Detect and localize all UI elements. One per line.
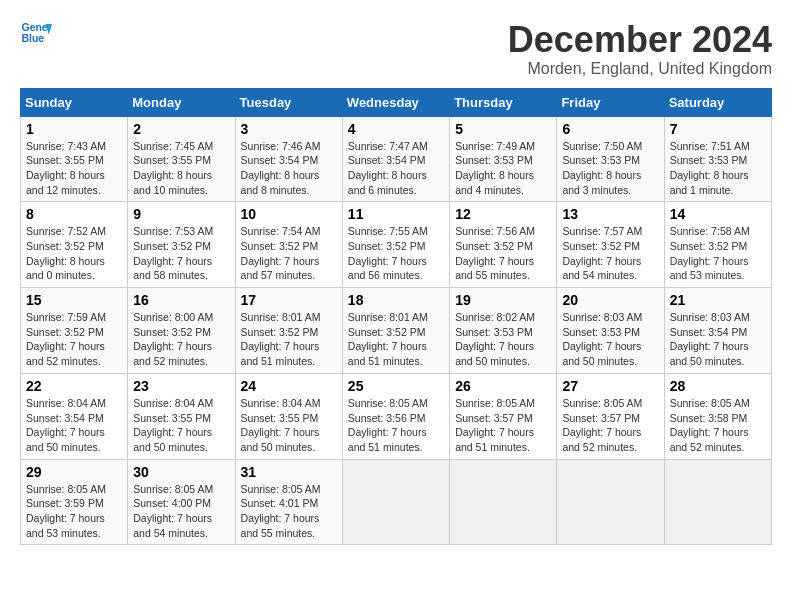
day-info: Sunrise: 7:53 AMSunset: 3:52 PMDaylight:…: [133, 224, 229, 283]
calendar-cell: 31Sunrise: 8:05 AMSunset: 4:01 PMDayligh…: [235, 459, 342, 545]
day-info: Sunrise: 7:58 AMSunset: 3:52 PMDaylight:…: [670, 224, 766, 283]
calendar-cell: 20Sunrise: 8:03 AMSunset: 3:53 PMDayligh…: [557, 288, 664, 374]
day-info: Sunrise: 7:56 AMSunset: 3:52 PMDaylight:…: [455, 224, 551, 283]
day-info: Sunrise: 8:05 AMSunset: 3:59 PMDaylight:…: [26, 482, 122, 541]
day-number: 2: [133, 121, 229, 137]
day-number: 30: [133, 464, 229, 480]
title-area: December 2024 Morden, England, United Ki…: [508, 20, 772, 78]
day-info: Sunrise: 8:00 AMSunset: 3:52 PMDaylight:…: [133, 310, 229, 369]
header-cell-friday: Friday: [557, 88, 664, 116]
calendar-cell: 7Sunrise: 7:51 AMSunset: 3:53 PMDaylight…: [664, 116, 771, 202]
day-number: 5: [455, 121, 551, 137]
calendar-cell: 9Sunrise: 7:53 AMSunset: 3:52 PMDaylight…: [128, 202, 235, 288]
calendar-cell: 15Sunrise: 7:59 AMSunset: 3:52 PMDayligh…: [21, 288, 128, 374]
day-info: Sunrise: 7:47 AMSunset: 3:54 PMDaylight:…: [348, 139, 444, 198]
day-info: Sunrise: 8:04 AMSunset: 3:55 PMDaylight:…: [241, 396, 337, 455]
day-info: Sunrise: 7:46 AMSunset: 3:54 PMDaylight:…: [241, 139, 337, 198]
location-title: Morden, England, United Kingdom: [508, 60, 772, 78]
calendar-cell: 28Sunrise: 8:05 AMSunset: 3:58 PMDayligh…: [664, 373, 771, 459]
calendar-cell: [664, 459, 771, 545]
day-number: 27: [562, 378, 658, 394]
calendar-header: SundayMondayTuesdayWednesdayThursdayFrid…: [21, 88, 772, 116]
day-number: 22: [26, 378, 122, 394]
calendar-cell: 4Sunrise: 7:47 AMSunset: 3:54 PMDaylight…: [342, 116, 449, 202]
day-number: 1: [26, 121, 122, 137]
day-number: 10: [241, 206, 337, 222]
day-number: 12: [455, 206, 551, 222]
calendar-body: 1Sunrise: 7:43 AMSunset: 3:55 PMDaylight…: [21, 116, 772, 545]
day-info: Sunrise: 8:05 AMSunset: 3:57 PMDaylight:…: [455, 396, 551, 455]
day-info: Sunrise: 8:05 AMSunset: 4:01 PMDaylight:…: [241, 482, 337, 541]
calendar-cell: 3Sunrise: 7:46 AMSunset: 3:54 PMDaylight…: [235, 116, 342, 202]
calendar-cell: 10Sunrise: 7:54 AMSunset: 3:52 PMDayligh…: [235, 202, 342, 288]
month-title: December 2024: [508, 20, 772, 60]
day-number: 3: [241, 121, 337, 137]
day-number: 4: [348, 121, 444, 137]
day-info: Sunrise: 7:55 AMSunset: 3:52 PMDaylight:…: [348, 224, 444, 283]
week-row-5: 29Sunrise: 8:05 AMSunset: 3:59 PMDayligh…: [21, 459, 772, 545]
calendar-cell: 18Sunrise: 8:01 AMSunset: 3:52 PMDayligh…: [342, 288, 449, 374]
calendar-cell: 1Sunrise: 7:43 AMSunset: 3:55 PMDaylight…: [21, 116, 128, 202]
calendar-cell: 21Sunrise: 8:03 AMSunset: 3:54 PMDayligh…: [664, 288, 771, 374]
day-number: 18: [348, 292, 444, 308]
day-number: 29: [26, 464, 122, 480]
calendar-cell: 30Sunrise: 8:05 AMSunset: 4:00 PMDayligh…: [128, 459, 235, 545]
calendar-cell: 26Sunrise: 8:05 AMSunset: 3:57 PMDayligh…: [450, 373, 557, 459]
calendar-cell: 5Sunrise: 7:49 AMSunset: 3:53 PMDaylight…: [450, 116, 557, 202]
day-info: Sunrise: 7:45 AMSunset: 3:55 PMDaylight:…: [133, 139, 229, 198]
day-number: 25: [348, 378, 444, 394]
day-number: 21: [670, 292, 766, 308]
day-info: Sunrise: 7:59 AMSunset: 3:52 PMDaylight:…: [26, 310, 122, 369]
calendar-cell: 29Sunrise: 8:05 AMSunset: 3:59 PMDayligh…: [21, 459, 128, 545]
calendar-cell: 25Sunrise: 8:05 AMSunset: 3:56 PMDayligh…: [342, 373, 449, 459]
day-number: 9: [133, 206, 229, 222]
day-number: 16: [133, 292, 229, 308]
calendar-cell: [450, 459, 557, 545]
header: General Blue December 2024 Morden, Engla…: [20, 20, 772, 78]
day-number: 19: [455, 292, 551, 308]
day-number: 13: [562, 206, 658, 222]
calendar-cell: 13Sunrise: 7:57 AMSunset: 3:52 PMDayligh…: [557, 202, 664, 288]
header-cell-tuesday: Tuesday: [235, 88, 342, 116]
header-row: SundayMondayTuesdayWednesdayThursdayFrid…: [21, 88, 772, 116]
day-number: 26: [455, 378, 551, 394]
day-info: Sunrise: 8:05 AMSunset: 3:57 PMDaylight:…: [562, 396, 658, 455]
day-number: 7: [670, 121, 766, 137]
day-info: Sunrise: 7:49 AMSunset: 3:53 PMDaylight:…: [455, 139, 551, 198]
day-info: Sunrise: 8:04 AMSunset: 3:55 PMDaylight:…: [133, 396, 229, 455]
day-number: 20: [562, 292, 658, 308]
calendar-cell: 6Sunrise: 7:50 AMSunset: 3:53 PMDaylight…: [557, 116, 664, 202]
calendar-cell: 22Sunrise: 8:04 AMSunset: 3:54 PMDayligh…: [21, 373, 128, 459]
calendar-cell: [342, 459, 449, 545]
day-number: 14: [670, 206, 766, 222]
week-row-2: 8Sunrise: 7:52 AMSunset: 3:52 PMDaylight…: [21, 202, 772, 288]
day-info: Sunrise: 7:50 AMSunset: 3:53 PMDaylight:…: [562, 139, 658, 198]
calendar-table: SundayMondayTuesdayWednesdayThursdayFrid…: [20, 88, 772, 546]
week-row-1: 1Sunrise: 7:43 AMSunset: 3:55 PMDaylight…: [21, 116, 772, 202]
day-number: 31: [241, 464, 337, 480]
day-info: Sunrise: 8:05 AMSunset: 3:58 PMDaylight:…: [670, 396, 766, 455]
day-number: 23: [133, 378, 229, 394]
header-cell-monday: Monday: [128, 88, 235, 116]
day-number: 17: [241, 292, 337, 308]
day-info: Sunrise: 8:01 AMSunset: 3:52 PMDaylight:…: [241, 310, 337, 369]
calendar-cell: 11Sunrise: 7:55 AMSunset: 3:52 PMDayligh…: [342, 202, 449, 288]
day-info: Sunrise: 7:57 AMSunset: 3:52 PMDaylight:…: [562, 224, 658, 283]
calendar-cell: 27Sunrise: 8:05 AMSunset: 3:57 PMDayligh…: [557, 373, 664, 459]
day-info: Sunrise: 7:51 AMSunset: 3:53 PMDaylight:…: [670, 139, 766, 198]
day-info: Sunrise: 7:52 AMSunset: 3:52 PMDaylight:…: [26, 224, 122, 283]
day-info: Sunrise: 8:05 AMSunset: 4:00 PMDaylight:…: [133, 482, 229, 541]
day-info: Sunrise: 8:02 AMSunset: 3:53 PMDaylight:…: [455, 310, 551, 369]
day-info: Sunrise: 8:03 AMSunset: 3:53 PMDaylight:…: [562, 310, 658, 369]
svg-text:Blue: Blue: [22, 33, 45, 44]
day-info: Sunrise: 8:05 AMSunset: 3:56 PMDaylight:…: [348, 396, 444, 455]
header-cell-saturday: Saturday: [664, 88, 771, 116]
calendar-cell: 23Sunrise: 8:04 AMSunset: 3:55 PMDayligh…: [128, 373, 235, 459]
day-number: 24: [241, 378, 337, 394]
day-info: Sunrise: 8:03 AMSunset: 3:54 PMDaylight:…: [670, 310, 766, 369]
day-info: Sunrise: 7:54 AMSunset: 3:52 PMDaylight:…: [241, 224, 337, 283]
calendar-cell: 24Sunrise: 8:04 AMSunset: 3:55 PMDayligh…: [235, 373, 342, 459]
calendar-cell: 2Sunrise: 7:45 AMSunset: 3:55 PMDaylight…: [128, 116, 235, 202]
day-number: 8: [26, 206, 122, 222]
day-number: 11: [348, 206, 444, 222]
